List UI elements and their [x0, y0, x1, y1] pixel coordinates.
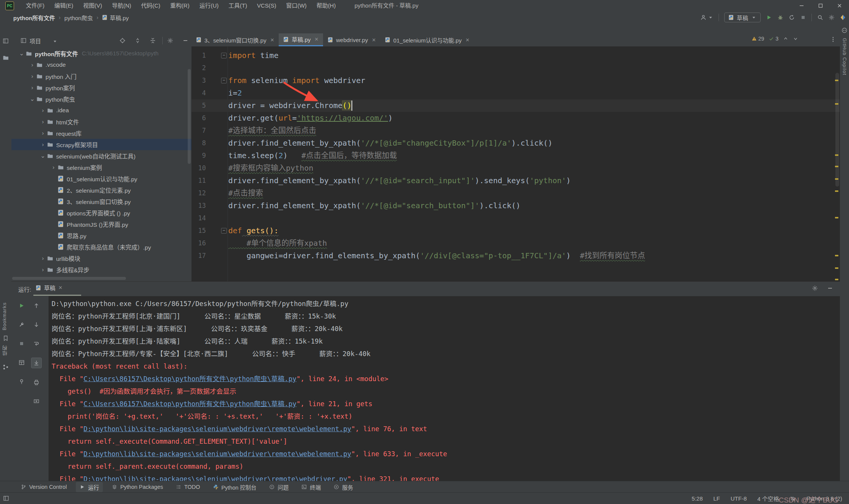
menu-item[interactable]: 运行(U) [195, 0, 224, 11]
tree-item[interactable]: ›selenium案例 [11, 162, 191, 173]
tool-window-button-version-control[interactable]: Version Control [17, 483, 71, 491]
menu-item[interactable]: 帮助(H) [312, 0, 341, 11]
code-line[interactable]: 13driver.find_element_by_xpath('//*[@id=… [191, 199, 840, 212]
github-copilot-icon[interactable] [841, 27, 847, 33]
chevron-right-icon[interactable]: › [39, 255, 47, 262]
tree-item[interactable]: ›python案列 [11, 82, 191, 93]
modify-run-config-button[interactable] [17, 320, 27, 330]
clear-console-button[interactable] [31, 396, 41, 406]
code-line[interactable]: 16 #单个信息的所有xpath [191, 237, 840, 250]
breadcrumb-item[interactable]: 草稿.py [110, 14, 129, 22]
structure-icon[interactable] [3, 364, 9, 370]
stacktrace-link[interactable]: D:\python\lib\site-packages\selenium\web… [83, 475, 347, 481]
tool-window-button-服务[interactable]: 服务 [330, 482, 357, 492]
down-stacktrace-button[interactable] [31, 320, 41, 330]
up-stacktrace-button[interactable] [31, 301, 41, 311]
expand-all-button[interactable] [135, 38, 141, 44]
soft-wrap-button[interactable] [31, 339, 41, 349]
editor-tab[interactable]: 01_selenium认识与功能.py✕ [380, 33, 474, 46]
menu-item[interactable]: 代码(C) [136, 0, 165, 11]
tree-item[interactable]: options无界面模式 () .py [11, 207, 191, 218]
code-line[interactable]: 9time.sleep(2) #点击全国后，等待数据加载 [191, 149, 840, 162]
stacktrace-link[interactable]: D:\python\lib\site-packages\selenium\web… [83, 425, 351, 433]
code-line[interactable]: 15−def gets(): [191, 225, 840, 237]
hide-panel-button[interactable] [182, 38, 188, 44]
debug-button[interactable] [777, 14, 783, 20]
status-item[interactable]: 4 个空格 [757, 495, 779, 502]
tab-close-icon[interactable]: ✕ [465, 37, 469, 43]
editor-tab[interactable]: webdriver.py✕ [323, 33, 380, 46]
commit-stripe-button[interactable] [3, 55, 9, 61]
next-problem-button[interactable] [793, 36, 798, 41]
menu-item[interactable]: 编辑(E) [49, 0, 78, 11]
chevron-right-icon[interactable]: › [28, 73, 36, 80]
structure-stripe-button[interactable]: 结构 [2, 345, 9, 356]
project-panel-title[interactable]: 项目 [30, 37, 41, 45]
chevron-down-icon[interactable]: ⌄ [17, 50, 26, 57]
pin-tab-button[interactable] [17, 377, 27, 386]
run-tab[interactable]: 草稿 ✕ [36, 284, 63, 292]
tree-item[interactable]: ›.idea [11, 105, 191, 116]
tree-item[interactable]: 01_selenium认识与功能.py [11, 173, 191, 184]
copilot-stripe-button[interactable]: GitHub Copilot [842, 38, 847, 75]
tree-item[interactable]: ›request库 [11, 127, 191, 139]
tree-item[interactable]: 爬取京东商品信息（未完成）.py [11, 241, 191, 253]
tool-window-button-python-packages[interactable]: Python Packages [108, 483, 167, 491]
menu-item[interactable]: 导航(N) [107, 0, 136, 11]
tree-item[interactable]: ›Scrapy框架项目 [11, 139, 191, 150]
chevron-right-icon[interactable]: › [39, 266, 47, 273]
run-tab-close-icon[interactable]: ✕ [58, 285, 63, 290]
fold-marker-icon[interactable]: − [221, 228, 227, 234]
chevron-right-icon[interactable]: › [28, 61, 36, 68]
chevron-right-icon[interactable]: › [39, 130, 47, 137]
coverage-button[interactable] [789, 14, 795, 20]
chevron-right-icon[interactable]: › [39, 118, 47, 125]
editor-tab[interactable]: 草稿.py✕ [279, 33, 323, 46]
menu-item[interactable]: 工具(T) [223, 0, 252, 11]
bookmark-icon[interactable] [3, 335, 9, 341]
status-item[interactable]: UTF-8 [731, 495, 747, 502]
close-button[interactable] [830, 0, 849, 11]
tree-item[interactable]: 2、selenium定位元素.py [11, 184, 191, 196]
run-button[interactable] [766, 14, 772, 20]
chevron-right-icon[interactable]: › [39, 141, 47, 148]
editor-tab[interactable]: 3、selenium窗口切换.py✕ [191, 33, 279, 46]
tree-item[interactable]: 思路.py [11, 230, 191, 241]
project-options-button[interactable] [167, 38, 173, 44]
rerun-button[interactable] [17, 301, 27, 311]
maximize-button[interactable] [811, 0, 830, 11]
run-console[interactable]: D:\python\python.exe C:/Users/86157/Desk… [49, 296, 840, 481]
stacktrace-link[interactable]: C:\Users\86157\Desktop\python所有文件\python… [83, 400, 296, 408]
menu-item[interactable]: 重构(R) [165, 0, 195, 11]
profile-button[interactable] [700, 14, 713, 20]
code-line[interactable]: 8driver.find_element_by_xpath('//*[@id="… [191, 137, 840, 149]
menu-item[interactable]: 视图(V) [78, 0, 107, 11]
search-everywhere-button[interactable] [817, 14, 823, 20]
locate-file-button[interactable] [119, 38, 126, 44]
code-editor[interactable]: 1−import time23−from selenium import web… [191, 46, 840, 281]
tool-window-button-运行[interactable]: 运行 [76, 482, 103, 492]
print-button[interactable] [31, 377, 41, 387]
tool-window-button-python-控制台[interactable]: Python 控制台 [209, 482, 261, 492]
fold-marker-icon[interactable]: − [221, 53, 227, 58]
tab-options-button[interactable] [830, 36, 836, 42]
tab-close-icon[interactable]: ✕ [314, 36, 319, 42]
collapse-all-button[interactable] [150, 38, 156, 44]
status-item[interactable]: 5:28 [692, 495, 703, 502]
hide-run-panel-button[interactable] [827, 285, 833, 291]
restore-layout-button[interactable] [17, 358, 27, 367]
code-line[interactable]: 6driver.get(url='https://lagou.com/') [191, 112, 840, 124]
ide-features-icon[interactable] [840, 14, 846, 20]
tool-window-button-todo[interactable]: TODO [172, 483, 204, 491]
stacktrace-link[interactable]: C:\Users\86157\Desktop\python所有文件\python… [83, 375, 296, 383]
inspections-widget[interactable]: 29 3 [752, 36, 798, 42]
tool-window-button-终端[interactable]: 终端 [298, 482, 325, 492]
prev-problem-button[interactable] [783, 36, 788, 41]
tree-item[interactable]: ›python 入门 [11, 71, 191, 82]
tree-item[interactable]: ⌄python爬虫 [11, 93, 191, 105]
tree-item[interactable]: ›多线程&异步 [11, 264, 191, 275]
stop-button[interactable] [800, 14, 806, 20]
chevron-right-icon[interactable]: › [39, 107, 47, 114]
tab-close-icon[interactable]: ✕ [270, 37, 274, 43]
code-line[interactable]: 14 [191, 212, 840, 225]
